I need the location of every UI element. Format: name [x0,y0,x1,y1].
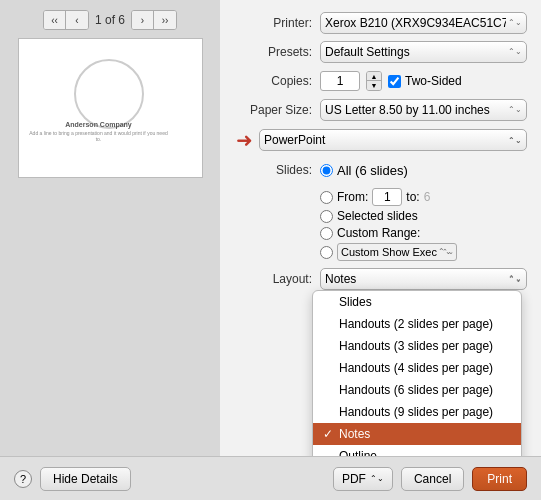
paper-size-select[interactable]: US Letter 8.50 by 11.00 inches [320,99,527,121]
layout-select[interactable]: Notes [320,268,527,290]
two-sided-checkbox[interactable] [388,75,401,88]
printer-row: Printer: Xerox B210 (XRX9C934EAC51C7) [234,12,527,34]
copies-label: Copies: [234,74,312,88]
layout-option-outline[interactable]: Outline [313,445,521,456]
from-slides-radio[interactable] [320,191,333,204]
copies-decrement[interactable]: ▼ [367,81,381,90]
pdf-dropdown-icon: ⌃⌄ [370,474,384,483]
bottom-right-controls: PDF ⌃⌄ Cancel Print [333,467,527,491]
presets-select-wrapper: Default Settings [320,41,527,63]
presets-select[interactable]: Default Settings [320,41,527,63]
copies-control: ▲ ▼ Two-Sided [320,71,527,91]
from-label: From: [337,190,368,204]
custom-range-label: Custom Range: [337,226,420,240]
red-arrow-icon: ➜ [236,128,253,152]
custom-show-select-wrapper: Custom Show Exec ⌃⌄ [337,243,457,261]
printer-select-wrapper: Xerox B210 (XRX9C934EAC51C7) [320,12,527,34]
all-slides-label: All (6 slides) [337,163,408,178]
custom-show-row: Custom Show Exec ⌃⌄ [320,243,527,261]
printer-select[interactable]: Xerox B210 (XRX9C934EAC51C7) [320,12,527,34]
custom-range-radio[interactable] [320,227,333,240]
layout-option-handouts-4[interactable]: Handouts (4 slides per page) [313,357,521,379]
powerpoint-select[interactable]: PowerPoint [259,129,527,151]
slide-circle-decoration [74,59,144,129]
preview-panel: ‹‹ ‹ 1 of 6 › ›› Anderson Company Add a … [0,0,220,456]
paper-size-label: Paper Size: [234,103,312,117]
print-button[interactable]: Print [472,467,527,491]
selected-slides-label: Selected slides [337,209,418,223]
custom-range-row: Custom Range: [320,226,527,240]
presets-row: Presets: Default Settings [234,41,527,63]
layout-option-handouts-9[interactable]: Handouts (9 slides per page) [313,401,521,423]
powerpoint-select-wrapper: PowerPoint ⌃⌄ [259,129,527,151]
pdf-button[interactable]: PDF ⌃⌄ [333,467,393,491]
layout-row: Layout: Notes ⌃⌄ Slides Handouts (2 slid… [234,268,527,290]
to-value: 6 [424,190,431,204]
powerpoint-row: ➜ PowerPoint ⌃⌄ [234,128,527,152]
all-slides-radio-row: All (6 slides) [320,163,408,178]
layout-label: Layout: [234,272,312,286]
slides-section: Slides: All (6 slides) From: to: 6 Selec… [234,159,527,264]
slide-company-name: Anderson Company [29,121,169,128]
custom-show-radio[interactable] [320,246,333,259]
bottom-left-controls: ? Hide Details [14,467,131,491]
page-info: 1 of 6 [95,13,125,27]
layout-option-handouts-3[interactable]: Handouts (3 slides per page) [313,335,521,357]
slide-tagline: Add a line to bring a presentation and i… [29,130,169,142]
layout-option-notes[interactable]: ✓ Notes [313,423,521,445]
first-page-button[interactable]: ‹‹ [44,11,66,29]
settings-panel: Printer: Xerox B210 (XRX9C934EAC51C7) Pr… [220,0,541,456]
to-label: to: [406,190,419,204]
from-slides-row: From: to: 6 [320,188,527,206]
slide-text-block: Anderson Company Add a line to bring a p… [29,121,169,142]
copies-stepper: ▲ ▼ [366,71,382,91]
selected-slides-radio[interactable] [320,210,333,223]
slides-label: Slides: [234,163,312,177]
slides-row: Slides: All (6 slides) [234,159,527,181]
paper-size-row: Paper Size: US Letter 8.50 by 11.00 inch… [234,99,527,121]
bottom-bar: ? Hide Details PDF ⌃⌄ Cancel Print [0,456,541,500]
layout-option-handouts-6[interactable]: Handouts (6 slides per page) [313,379,521,401]
hide-details-button[interactable]: Hide Details [40,467,131,491]
copies-input[interactable] [320,71,360,91]
layout-option-slides[interactable]: Slides [313,291,521,313]
all-slides-radio[interactable] [320,164,333,177]
selected-slides-row: Selected slides [320,209,527,223]
page-navigation: ‹‹ ‹ 1 of 6 › ›› [43,10,177,30]
layout-dropdown-popup: Slides Handouts (2 slides per page) Hand… [312,290,522,456]
last-page-button[interactable]: ›› [154,11,176,29]
layout-option-handouts-2[interactable]: Handouts (2 slides per page) [313,313,521,335]
paper-size-select-wrapper: US Letter 8.50 by 11.00 inches [320,99,527,121]
copies-increment[interactable]: ▲ [367,72,381,81]
presets-label: Presets: [234,45,312,59]
from-input[interactable] [372,188,402,206]
cancel-button[interactable]: Cancel [401,467,464,491]
prev-page-button[interactable]: ‹ [66,11,88,29]
slide-preview: Anderson Company Add a line to bring a p… [18,38,203,178]
printer-label: Printer: [234,16,312,30]
layout-select-wrapper: Notes ⌃⌄ [320,268,527,290]
next-page-button[interactable]: › [132,11,154,29]
copies-row: Copies: ▲ ▼ Two-Sided [234,70,527,92]
help-button[interactable]: ? [14,470,32,488]
two-sided-label: Two-Sided [388,74,462,88]
custom-show-select[interactable]: Custom Show Exec [337,243,457,261]
